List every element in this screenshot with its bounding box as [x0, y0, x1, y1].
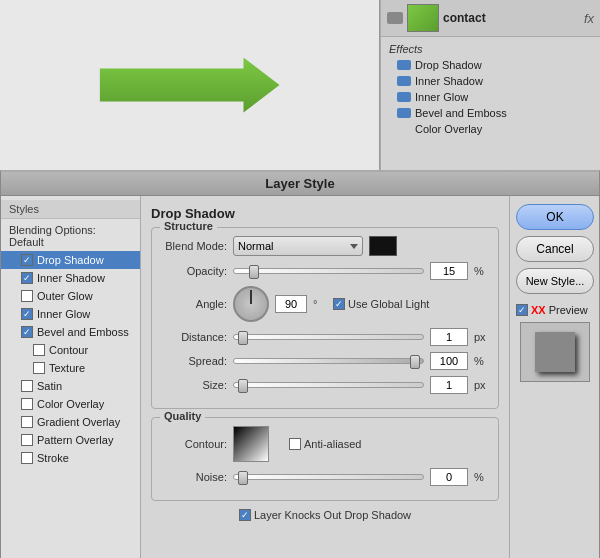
spread-unit: % — [474, 355, 488, 367]
contour-preview[interactable] — [233, 426, 269, 462]
arrow-shape — [100, 58, 280, 113]
angle-input[interactable] — [275, 295, 307, 313]
layer-thumbnail — [407, 4, 439, 32]
size-unit: px — [474, 379, 488, 391]
angle-dial[interactable] — [233, 286, 269, 322]
layers-panel: contact fx Effects Drop Shadow Inner Sha… — [380, 0, 600, 170]
size-slider[interactable] — [233, 382, 424, 388]
noise-unit: % — [474, 471, 488, 483]
opacity-thumb[interactable] — [249, 265, 259, 279]
sidebar-item-stroke[interactable]: Stroke — [1, 449, 140, 467]
distance-unit: px — [474, 331, 488, 343]
effect-eye-icon — [397, 76, 411, 86]
check-contour[interactable] — [33, 344, 45, 356]
global-light-label[interactable]: Use Global Light — [333, 298, 429, 310]
spread-row: Spread: % — [162, 352, 488, 370]
blend-color-swatch[interactable] — [369, 236, 397, 256]
structure-label: Structure — [160, 220, 217, 232]
spread-slider[interactable] — [233, 358, 424, 364]
dialog-title: Layer Style — [1, 172, 599, 196]
sidebar-item-drop-shadow[interactable]: Drop Shadow — [1, 251, 140, 269]
select-arrow-icon — [350, 244, 358, 249]
size-input[interactable] — [430, 376, 468, 394]
layer-style-dialog: Layer Style Styles Blending Options: Def… — [0, 170, 600, 558]
distance-slider[interactable] — [233, 334, 424, 340]
distance-thumb[interactable] — [238, 331, 248, 345]
preview-inner-thumb — [535, 332, 575, 372]
buttons-panel: OK Cancel New Style... XX Preview — [509, 196, 599, 558]
sidebar-item-bevel-emboss[interactable]: Bevel and Emboss — [1, 323, 140, 341]
effects-header: Effects — [381, 41, 600, 57]
check-drop-shadow[interactable] — [21, 254, 33, 266]
knock-out-check[interactable] — [239, 509, 251, 521]
sidebar-item-inner-glow[interactable]: Inner Glow — [1, 305, 140, 323]
layer-name: contact — [443, 11, 580, 25]
distance-input[interactable] — [430, 328, 468, 346]
anti-alias-check[interactable] — [289, 438, 301, 450]
effect-inner-glow[interactable]: Inner Glow — [381, 89, 600, 105]
sidebar-item-gradient-overlay[interactable]: Gradient Overlay — [1, 413, 140, 431]
styles-title: Styles — [1, 200, 140, 219]
global-light-check[interactable] — [333, 298, 345, 310]
new-style-button[interactable]: New Style... — [516, 268, 594, 294]
fx-badge: fx — [584, 11, 594, 26]
check-inner-glow[interactable] — [21, 308, 33, 320]
quality-label: Quality — [160, 410, 205, 422]
spread-thumb[interactable] — [410, 355, 420, 369]
cancel-button[interactable]: Cancel — [516, 236, 594, 262]
preview-thumbnail — [520, 322, 590, 382]
effect-drop-shadow[interactable]: Drop Shadow — [381, 57, 600, 73]
sidebar-item-texture[interactable]: Texture — [1, 359, 140, 377]
size-thumb[interactable] — [238, 379, 248, 393]
check-color-overlay[interactable] — [21, 398, 33, 410]
structure-section: Structure Blend Mode: Normal Opacity: — [151, 227, 499, 409]
noise-slider[interactable] — [233, 474, 424, 480]
sidebar: Styles Blending Options: Default Drop Sh… — [1, 196, 141, 558]
opacity-input[interactable] — [430, 262, 468, 280]
check-pattern-overlay[interactable] — [21, 434, 33, 446]
preview-check[interactable] — [516, 304, 528, 316]
sidebar-item-pattern-overlay[interactable]: Pattern Overlay — [1, 431, 140, 449]
sidebar-item-color-overlay[interactable]: Color Overlay — [1, 395, 140, 413]
check-texture[interactable] — [33, 362, 45, 374]
angle-unit: ° — [313, 298, 327, 310]
check-outer-glow[interactable] — [21, 290, 33, 302]
knock-out-row: Layer Knocks Out Drop Shadow — [151, 509, 499, 521]
blend-mode-row: Blend Mode: Normal — [162, 236, 488, 256]
sidebar-item-satin[interactable]: Satin — [1, 377, 140, 395]
opacity-label: Opacity: — [162, 265, 227, 277]
check-inner-shadow[interactable] — [21, 272, 33, 284]
check-stroke[interactable] — [21, 452, 33, 464]
anti-alias-label[interactable]: Anti-aliased — [289, 438, 361, 450]
sidebar-item-inner-shadow[interactable]: Inner Shadow — [1, 269, 140, 287]
blend-mode-label: Blend Mode: — [162, 240, 227, 252]
noise-thumb[interactable] — [238, 471, 248, 485]
contour-row: Contour: Anti-aliased — [162, 426, 488, 462]
preview-label: Preview — [549, 304, 588, 316]
check-gradient-overlay[interactable] — [21, 416, 33, 428]
sidebar-item-contour[interactable]: Contour — [1, 341, 140, 359]
layer-eye-icon[interactable] — [387, 12, 403, 24]
effect-bevel-emboss[interactable]: Bevel and Emboss — [381, 105, 600, 121]
knock-out-label[interactable]: Layer Knocks Out Drop Shadow — [239, 509, 411, 521]
opacity-row: Opacity: % — [162, 262, 488, 280]
check-bevel-emboss[interactable] — [21, 326, 33, 338]
noise-input[interactable] — [430, 468, 468, 486]
opacity-unit: % — [474, 265, 488, 277]
noise-label: Noise: — [162, 471, 227, 483]
angle-row: Angle: ° Use Global Light — [162, 286, 488, 322]
spread-input[interactable] — [430, 352, 468, 370]
preview-row: XX Preview — [516, 304, 593, 316]
ok-button[interactable]: OK — [516, 204, 594, 230]
check-satin[interactable] — [21, 380, 33, 392]
angle-label: Angle: — [162, 298, 227, 310]
quality-section: Quality Contour: Anti-aliased Noise: — [151, 417, 499, 501]
size-row: Size: px — [162, 376, 488, 394]
blend-mode-select[interactable]: Normal — [233, 236, 363, 256]
effect-color-overlay[interactable]: Color Overlay — [381, 121, 600, 137]
sidebar-item-blending[interactable]: Blending Options: Default — [1, 221, 140, 251]
sidebar-item-outer-glow[interactable]: Outer Glow — [1, 287, 140, 305]
opacity-slider[interactable] — [233, 268, 424, 274]
effect-inner-shadow[interactable]: Inner Shadow — [381, 73, 600, 89]
effect-eye-icon — [397, 108, 411, 118]
